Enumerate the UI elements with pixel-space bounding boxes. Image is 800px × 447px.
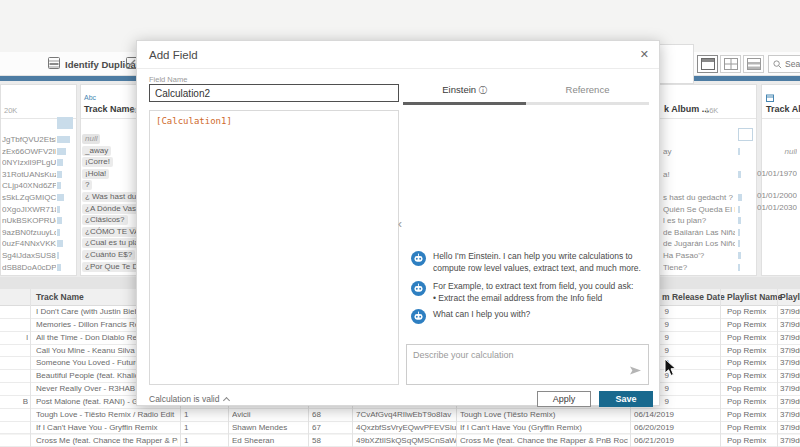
profile-value-track-album[interactable]: Ha Pasao'?: [663, 250, 735, 261]
profile-value-track-id[interactable]: nUkBSKOPRUew: [2, 215, 56, 226]
profile-value-track-album[interactable]: de Jugarán Los Niño: [663, 238, 735, 249]
profile-value-album-release[interactable]: 01/01/2000: [730, 190, 797, 201]
einstein-message: What can I help you with?: [411, 309, 653, 328]
profile-value-track-name[interactable]: null: [82, 134, 100, 144]
profile-value-album-release[interactable]: 01/01/2030: [730, 202, 797, 213]
profile-value-track-id[interactable]: Sg4iJdaxSUS8jR: [2, 250, 56, 261]
profile-value-track-name[interactable]: ¿Clásicos?: [82, 215, 128, 225]
table-cell-d: 06/20/2019: [634, 422, 704, 434]
track-album-count: 16K: [705, 106, 718, 115]
profile-value-track-name[interactable]: ¡Hola!: [82, 169, 109, 179]
table-cell-id: 49bXZtIlSkQSqQMSCnSaWO: [356, 435, 456, 447]
profile-value-track-album[interactable]: Tiene?: [663, 262, 735, 273]
table-cell-pl: Pop Remix: [727, 357, 775, 369]
profile-view-icon: [701, 58, 715, 70]
profile-value-track-name[interactable]: _away: [82, 146, 111, 156]
profile-value-track-name[interactable]: ?: [82, 180, 92, 190]
table-cell-pid: 37i9dQZ: [780, 319, 800, 331]
table-cell-pid: 37i9dQZ: [780, 357, 800, 369]
duplicate-rows-icon: [48, 57, 60, 71]
split-view-toggle[interactable]: [720, 55, 741, 73]
mouse-cursor: [664, 358, 677, 381]
profile-value-track-album[interactable]: ay: [663, 146, 735, 157]
send-icon[interactable]: [629, 362, 642, 380]
grid-header-playlist: Playlist: [780, 289, 800, 306]
table-cell-t: If I Can't Have You - Gryffin Remix: [36, 422, 178, 434]
calculation-status[interactable]: Calculation is valid: [149, 394, 229, 404]
histogram-null-box: [738, 128, 753, 141]
histogram-bar: [738, 264, 740, 271]
table-cell-pid: 37i9dQZ: [780, 409, 800, 421]
track-name-header: Track Name: [84, 104, 135, 114]
save-button[interactable]: Save: [599, 391, 653, 407]
table-row[interactable]: Cross Me (feat. Chance the Rapper & PnB …: [0, 435, 800, 447]
split-view-icon: [724, 58, 738, 70]
apply-button[interactable]: Apply: [537, 391, 591, 407]
profile-value-track-id[interactable]: dSB8DoA0cDPZE: [2, 262, 56, 273]
collapse-panel-icon[interactable]: ‹: [398, 217, 402, 231]
profile-value-track-id[interactable]: 0NYIzxlI9PLgU6z: [2, 157, 56, 168]
close-icon[interactable]: ✕: [640, 48, 649, 61]
calculation-editor[interactable]: [Calculation1]: [149, 110, 399, 385]
tab-underline: [403, 102, 649, 105]
table-cell-pid: 37i9dQZ: [780, 345, 800, 357]
table-row[interactable]: If I Can't Have You - Gryffin Remix1Shaw…: [0, 422, 800, 435]
einstein-avatar-icon: [411, 281, 426, 304]
dialog-title: Add Field: [149, 49, 198, 61]
profile-value-track-id[interactable]: zEx66OWFV2IP9: [2, 146, 56, 157]
tab-reference[interactable]: Reference: [526, 81, 649, 101]
profile-value-track-album[interactable]: s hast du gedacht ?: [663, 192, 735, 203]
assistant-tabs: Einstein ⓘ Reference: [403, 81, 649, 101]
histogram-bar: [57, 206, 60, 213]
album-release-header: Track Album: [766, 104, 800, 114]
profile-value-track-id[interactable]: JgTbfQVU2EtsPf: [2, 134, 56, 145]
table-cell-t2: Cross Me (feat. Chance the Rapper & PnB …: [460, 435, 628, 447]
profile-value-album-release[interactable]: 01/01/1970: [730, 168, 797, 179]
table-cell-a: Ed Sheeran: [232, 435, 304, 447]
histogram-bar: [57, 240, 63, 247]
histogram-bar: [57, 194, 64, 201]
table-cell-t2: If I Can't Have You (Gryffin Remix): [460, 422, 628, 434]
profile-value-album-release[interactable]: null: [730, 146, 797, 157]
profile-value-track-album[interactable]: l es tu plan?: [663, 215, 735, 226]
background-panel: [654, 44, 694, 84]
profile-value-track-id[interactable]: 0XgoJIXWR718s7: [2, 204, 56, 215]
profile-value-track-name[interactable]: ¿Cuánto E$?: [82, 250, 135, 260]
profile-value-track-album[interactable]: a!: [663, 169, 735, 180]
profile-view-toggle[interactable]: [697, 55, 718, 73]
einstein-message-text: Hello I'm Einstein. I can help you write…: [433, 251, 651, 274]
histogram-bar: [57, 229, 60, 236]
calculation-prompt-input[interactable]: Describe your calculation: [406, 344, 649, 385]
field-name-label: Field Name: [149, 75, 187, 84]
profile-value-track-id[interactable]: 31RotUANsKuzy: [2, 169, 56, 180]
search-field[interactable]: [768, 55, 800, 73]
grid-header-playlist-name: Playlist Name: [727, 289, 782, 306]
table-cell-pid: 37i9dQZ: [780, 435, 800, 447]
table-cell-g: B: [0, 396, 28, 408]
type-label-abc: Abc: [84, 94, 96, 101]
grid-view-toggle[interactable]: [743, 55, 764, 73]
profile-value-track-id[interactable]: 9azBN0fzuuyLqs: [2, 227, 56, 238]
tab-einstein[interactable]: Einstein ⓘ: [403, 81, 526, 101]
profile-value-track-album[interactable]: Quién Se Queda El P: [663, 204, 735, 215]
profile-value-track-name[interactable]: ¡Corre!: [82, 157, 113, 167]
einstein-avatar-icon: [411, 251, 426, 274]
tab-einstein-label: Einstein: [442, 84, 476, 95]
profile-value-track-album[interactable]: de Bailarán Las Niña: [663, 227, 735, 238]
table-cell-pl: Pop Remix: [727, 345, 775, 357]
profile-value-track-name[interactable]: ¿A Dónde Vas?: [82, 204, 143, 214]
profile-value-track-id[interactable]: CLjp40XNd6ZPZf: [2, 180, 56, 191]
table-cell-g: l: [0, 332, 28, 344]
table-cell-n: 1: [184, 409, 214, 421]
profile-value-track-id[interactable]: 0uzF4NNxVKKiN: [2, 238, 56, 249]
histogram-bar: [57, 171, 62, 178]
table-cell-d: 06/21/2019: [634, 435, 704, 447]
table-row[interactable]: Tough Love - Tiësto Remix / Radio Edit1A…: [0, 409, 800, 422]
table-cell-pl: Pop Remix: [727, 332, 775, 344]
histogram-null-bar: [57, 117, 73, 129]
einstein-message-text: What can I help you with?: [433, 309, 651, 328]
add-field-dialog: Add Field ✕ Field Name [Calculation1] Ei…: [136, 40, 660, 406]
field-name-input[interactable]: [149, 84, 399, 102]
search-input[interactable]: [785, 59, 800, 69]
profile-value-track-id[interactable]: sSkLZqGMIQCR0: [2, 192, 56, 203]
